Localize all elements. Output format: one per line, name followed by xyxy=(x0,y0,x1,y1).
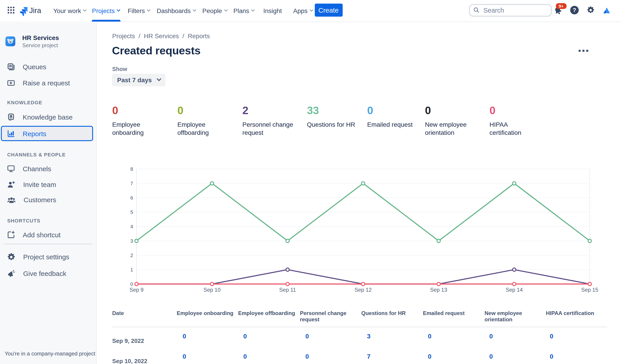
svg-text:8: 8 xyxy=(130,166,133,172)
svg-text:6: 6 xyxy=(130,195,133,201)
svg-text:Sep 15: Sep 15 xyxy=(581,287,598,293)
svg-text:Sep 10: Sep 10 xyxy=(204,287,221,293)
svg-text:2: 2 xyxy=(130,252,133,258)
svg-text:1: 1 xyxy=(130,267,133,273)
svg-text:Sep 13: Sep 13 xyxy=(430,287,447,293)
svg-text:Sep 12: Sep 12 xyxy=(355,287,372,293)
svg-text:0: 0 xyxy=(130,281,133,287)
svg-text:Sep 14: Sep 14 xyxy=(506,287,523,293)
svg-text:4: 4 xyxy=(130,224,133,230)
svg-text:Sep 9: Sep 9 xyxy=(130,287,144,293)
svg-text:5: 5 xyxy=(130,209,133,215)
svg-text:Sep 11: Sep 11 xyxy=(279,287,296,293)
svg-text:3: 3 xyxy=(130,238,133,244)
svg-text:7: 7 xyxy=(130,181,133,186)
